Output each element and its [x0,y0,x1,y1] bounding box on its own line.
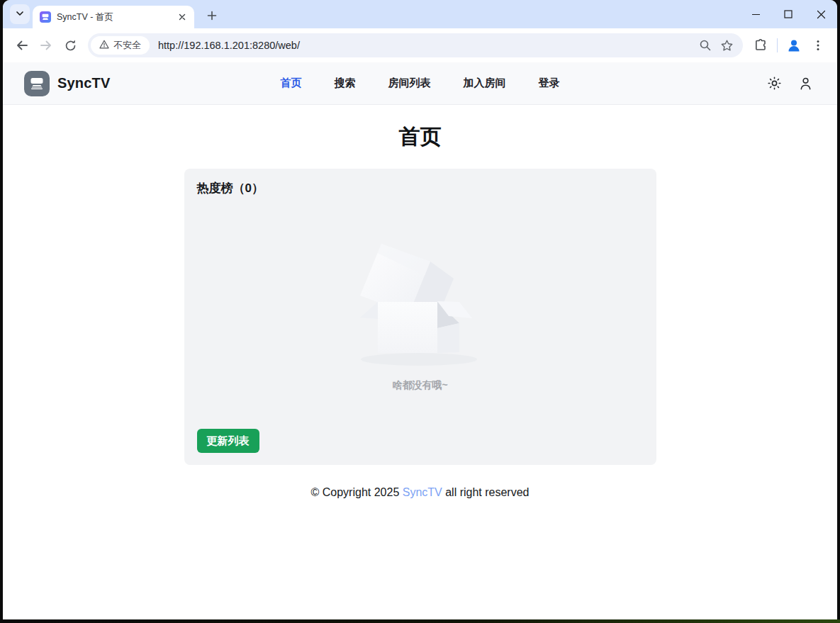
footer-suffix: all right reserved [442,486,530,498]
synctv-favicon-icon [40,11,51,23]
hot-list-header: 热度榜（0） [197,180,644,196]
footer-prefix: © Copyright 2025 [311,486,403,498]
hot-list-card: 热度榜（0） [184,169,656,465]
desktop-edge [0,619,840,623]
brand-home-link[interactable]: SyncTV [24,71,111,96]
bookmark-star-icon[interactable] [716,35,737,56]
browser-window: SyncTV - 首页 [3,0,837,619]
extensions-puzzle-icon[interactable] [749,33,773,57]
empty-text: 啥都没有哦~ [392,379,447,392]
profile-avatar-icon[interactable] [782,33,806,57]
nav-link-room-list[interactable]: 房间列表 [388,77,431,90]
window-controls [739,0,837,28]
kebab-menu-icon[interactable] [806,33,830,57]
brand-name: SyncTV [57,75,111,91]
page-content: 首页 热度榜（0） [3,105,837,619]
browser-tab-active[interactable]: SyncTV - 首页 [33,6,194,28]
app-navbar: SyncTV 首页 搜索 房间列表 加入房间 登录 [3,62,837,105]
tab-search-button[interactable] [10,4,30,24]
forward-button[interactable] [34,33,58,57]
browser-titlebar: SyncTV - 首页 [3,0,837,28]
nav-actions [763,73,816,94]
close-window-button[interactable] [805,0,837,28]
back-button[interactable] [10,33,34,57]
tab-close-icon[interactable] [176,11,189,23]
zoom-magnifier-icon[interactable] [695,35,716,56]
primary-nav: 首页 搜索 房间列表 加入房间 登录 [3,77,837,90]
footer-brand-link[interactable]: SyncTV [403,486,442,498]
synctv-logo-icon [24,71,50,96]
nav-link-join-room[interactable]: 加入房间 [464,77,506,90]
toolbar-separator [777,38,778,52]
footer-copyright: © Copyright 2025 SyncTV all right reserv… [3,486,837,499]
chevron-down-icon [16,8,24,21]
url-text[interactable]: http://192.168.1.201:8280/web/ [158,40,695,51]
empty-state: 啥都没有哦~ [197,233,644,392]
nav-link-home[interactable]: 首页 [281,77,302,90]
warning-triangle-icon [99,40,109,51]
new-tab-button[interactable] [203,6,221,25]
maximize-button[interactable] [772,0,805,28]
browser-toolbar: 不安全 http://192.168.1.201:8280/web/ [3,28,837,62]
nav-link-search[interactable]: 搜索 [335,77,356,90]
minimize-button[interactable] [739,0,772,28]
refresh-list-button[interactable]: 更新列表 [197,429,259,453]
page-title: 首页 [3,123,837,152]
nav-link-login[interactable]: 登录 [539,77,560,90]
tab-title: SyncTV - 首页 [57,11,176,23]
security-label: 不安全 [113,39,141,52]
address-bar[interactable]: 不安全 http://192.168.1.201:8280/web/ [88,33,743,57]
user-person-icon[interactable] [795,73,816,94]
security-chip[interactable]: 不安全 [91,36,150,55]
theme-toggle-sun-icon[interactable] [763,73,785,94]
empty-box-illustration [337,233,504,372]
reload-button[interactable] [58,33,82,57]
